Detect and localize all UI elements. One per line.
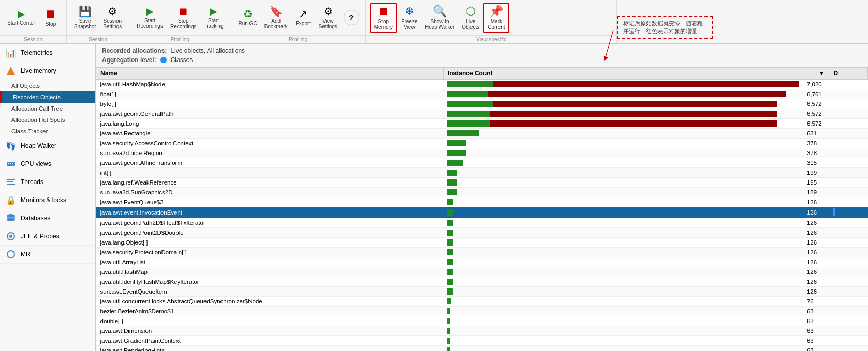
- threads-label: Threads: [21, 178, 43, 186]
- databases-icon: [5, 212, 17, 224]
- table-body: java.util.HashMap$Node 7,020 float[ ] 6,…: [96, 80, 868, 352]
- session-settings-button[interactable]: ⚙ SessionSettings: [100, 4, 125, 32]
- mark-current-button[interactable]: 📌 MarkCurrent: [483, 3, 509, 33]
- row-bar-cell: 378: [443, 139, 829, 148]
- add-bookmark-button[interactable]: 🔖 AddBookmark: [261, 4, 291, 32]
- sidebar-item-mr[interactable]: MR: [0, 246, 95, 264]
- row-name: java.lang.Object[ ]: [96, 238, 444, 248]
- save-snapshot-button[interactable]: 💾 SaveSnapshot: [71, 4, 99, 32]
- table-row[interactable]: java.awt.Rectangle 631: [96, 129, 868, 139]
- sidebar-sub-class-tracker[interactable]: Class Tracker: [0, 126, 95, 137]
- sort-arrow-icon: ▼: [819, 70, 825, 77]
- sidebar-sub-allocation-call-tree[interactable]: Allocation Call Tree: [0, 103, 95, 114]
- main-layout: 📊 Telemetries Live memory All Objects Re…: [0, 44, 868, 351]
- stop-button[interactable]: ⏹ Stop: [39, 6, 62, 29]
- row-extra: [829, 257, 868, 267]
- session-settings-icon: ⚙: [108, 6, 117, 17]
- table-row[interactable]: bezier.BezierAnim$Demo$1 63: [96, 307, 868, 316]
- table-row[interactable]: java.util.HashMap 126: [96, 267, 868, 277]
- row-extra: [829, 197, 868, 207]
- run-gc-button[interactable]: ♻ Run GC: [236, 7, 260, 28]
- table-row[interactable]: sun.java2d.SunGraphics2D 189: [96, 188, 868, 197]
- row-bar-cell: 63: [443, 336, 829, 346]
- svg-rect-3: [8, 163, 9, 164]
- table-row[interactable]: java.awt.geom.Path2D$Float$TxIterator 12…: [96, 218, 868, 228]
- table-row[interactable]: java.security.ProtectionDomain[ ] 126: [96, 248, 868, 257]
- profiling-group-2: ♻ Run GC 🔖 AddBookmark ↗ Export ⚙ ViewSe…: [231, 0, 366, 43]
- row-bar-cell: 126: [443, 257, 829, 267]
- sidebar-item-threads[interactable]: Threads: [0, 173, 95, 191]
- stop-memory-button[interactable]: ⏹ StopMemory: [370, 3, 397, 33]
- table-row[interactable]: java.awt.event.InvocationEvent 126: [96, 207, 868, 218]
- col-header-count[interactable]: Instance Count ▼: [443, 68, 829, 80]
- table-row[interactable]: float[ ] 6,761: [96, 89, 868, 99]
- sidebar-item-databases[interactable]: Databases: [0, 209, 95, 227]
- table-row[interactable]: java.lang.Object[ ] 126: [96, 238, 868, 248]
- row-extra: [829, 326, 868, 336]
- table-row[interactable]: java.awt.geom.Point2D$Double 126: [96, 228, 868, 238]
- row-bar-cell: 7,020: [443, 80, 829, 89]
- table-row[interactable]: java.awt.geom.GeneralPath 6,572: [96, 109, 868, 119]
- start-center-button[interactable]: ▶ Start Center: [4, 7, 38, 28]
- live-objects-button[interactable]: ⬡ LiveObjects: [459, 4, 482, 32]
- table-row[interactable]: java.lang.Long 6,572: [96, 119, 868, 129]
- jee-probes-label: JEE & Probes: [21, 233, 60, 240]
- stop-recordings-button[interactable]: ⏹ StopRecordings: [167, 4, 200, 32]
- start-center-icon: ▶: [18, 9, 25, 19]
- sidebar-item-jee-probes[interactable]: JEE & Probes: [0, 227, 95, 246]
- table-row[interactable]: java.util.HashMap$Node 7,020: [96, 80, 868, 89]
- row-extra: [829, 297, 868, 307]
- row-bar-cell: 76: [443, 297, 829, 307]
- table-row[interactable]: java.awt.GradientPaintContext 63: [96, 336, 868, 346]
- col-header-d[interactable]: D: [829, 68, 868, 80]
- table-container[interactable]: Name Instance Count ▼ D java.util.HashMa…: [96, 67, 868, 351]
- table-row[interactable]: java.security.AccessControlContext 378: [96, 139, 868, 148]
- table-row[interactable]: java.util.ArrayList 126: [96, 257, 868, 267]
- live-objects-icon: ⬡: [466, 6, 476, 17]
- sidebar-item-heap-walker[interactable]: 👣 Heap Walker: [0, 137, 95, 155]
- sidebar-item-telemetries[interactable]: 📊 Telemetries: [0, 44, 95, 62]
- heap-walker-icon: 👣: [5, 140, 17, 151]
- table-row[interactable]: java.awt.Dimension 63: [96, 326, 868, 336]
- save-snapshot-label: SaveSnapshot: [74, 18, 96, 29]
- table-row[interactable]: java.util.concurrent.locks.AbstractQueue…: [96, 297, 868, 307]
- table-row[interactable]: sun.java2d.pipe.Region 378: [96, 148, 868, 158]
- table-row[interactable]: java.awt.EventQueue$3 126: [96, 197, 868, 207]
- col-header-name[interactable]: Name: [96, 68, 444, 80]
- table-row[interactable]: java.awt.RenderingHints 63: [96, 346, 868, 352]
- start-tracking-button[interactable]: ▶ StartTracking: [201, 5, 227, 31]
- allocation-call-tree-label: Allocation Call Tree: [11, 105, 63, 112]
- table-row[interactable]: byte[ ] 6,572: [96, 99, 868, 109]
- table-row[interactable]: sun.awt.EventQueueItem 126: [96, 287, 868, 297]
- sidebar-sub-allocation-hot-spots[interactable]: Allocation Hot Spots: [0, 114, 95, 126]
- table-row[interactable]: double[ ] 63: [96, 316, 868, 326]
- help-button[interactable]: ?: [344, 10, 359, 25]
- row-extra: [829, 316, 868, 326]
- row-bar-cell: 126: [443, 207, 829, 218]
- row-name: java.awt.EventQueue$3: [96, 197, 444, 207]
- show-in-heap-walker-button[interactable]: 🔍 Show InHeap Walker: [422, 4, 458, 32]
- sidebar-item-live-memory[interactable]: Live memory: [0, 62, 95, 80]
- table-row[interactable]: int[ ] 199: [96, 168, 868, 178]
- sidebar-sub-all-objects[interactable]: All Objects: [0, 80, 95, 91]
- content-header: Recorded allocations: Live objects, All …: [96, 44, 868, 67]
- sidebar-sub-recorded-objects[interactable]: Recorded Objects: [0, 91, 95, 103]
- view-settings-button[interactable]: ⚙ ViewSettings: [316, 4, 341, 32]
- start-recordings-button[interactable]: ▶ StartRecordings: [134, 5, 166, 31]
- row-bar-cell: 315: [443, 158, 829, 168]
- table-row[interactable]: java.lang.ref.WeakReference 195: [96, 178, 868, 188]
- sidebar-item-cpu-views[interactable]: CPU views: [0, 155, 95, 173]
- row-extra: [829, 129, 868, 139]
- freeze-view-button[interactable]: ❄ FreezeView: [398, 4, 421, 32]
- row-extra: [829, 336, 868, 346]
- export-button[interactable]: ↗ Export: [292, 7, 315, 28]
- aggregation-value: Classes: [171, 56, 193, 64]
- row-name: sun.awt.EventQueueItem: [96, 287, 444, 297]
- table-row[interactable]: java.util.IdentityHashMap$KeyIterator 12…: [96, 277, 868, 287]
- row-name: java.awt.geom.Point2D$Double: [96, 228, 444, 238]
- sidebar-item-monitors-locks[interactable]: 🔒 Monitors & locks: [0, 191, 95, 209]
- row-extra: [829, 139, 868, 148]
- table-row[interactable]: java.awt.geom.AffineTransform 315: [96, 158, 868, 168]
- row-extra: [829, 287, 868, 297]
- start-center-label: Start Center: [7, 20, 35, 26]
